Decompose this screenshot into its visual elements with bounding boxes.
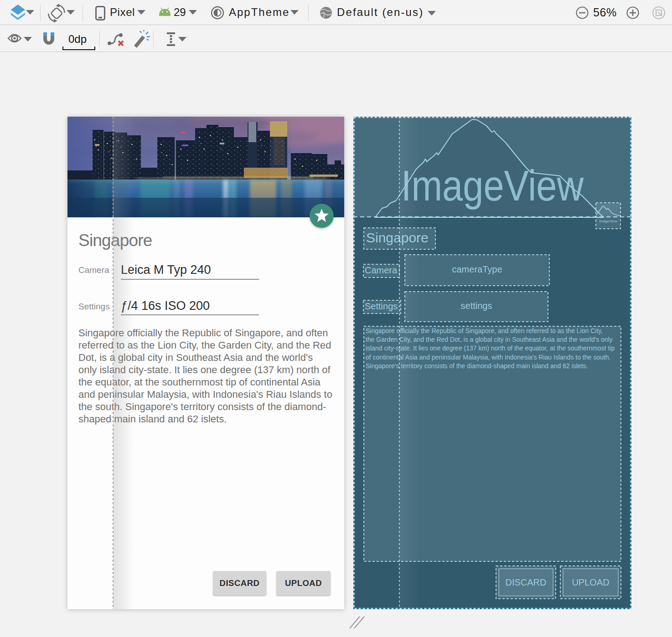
svg-text:ImageView: ImageView	[401, 161, 584, 210]
